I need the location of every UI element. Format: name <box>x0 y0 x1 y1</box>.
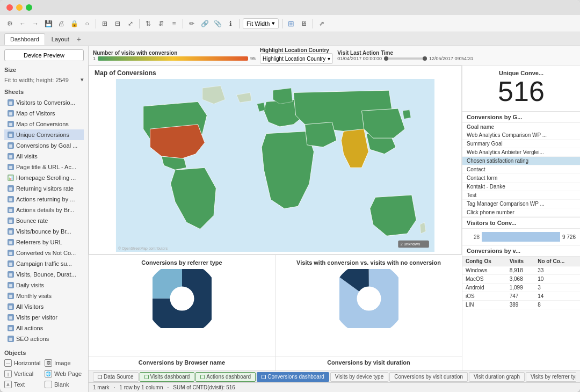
close-button[interactable] <box>6 4 13 11</box>
goal-row[interactable]: Tag Manager Comparison WP ... <box>462 200 580 208</box>
object-text[interactable]: A Text <box>4 380 44 389</box>
minimize-button[interactable] <box>16 4 23 11</box>
sheet-label: Actions details by Br... <box>16 207 74 213</box>
size-section: Size Fit to width; height: 2549 ▾ <box>0 63 88 85</box>
info-icon[interactable]: ℹ <box>225 18 236 29</box>
tab-conv-visit-duration[interactable]: Conversions by visit duration <box>389 372 468 382</box>
tab-visits-referrer-graph[interactable]: Visits by referrer type graph <box>526 372 576 382</box>
link-icon[interactable]: 🔗 <box>199 18 210 29</box>
tab-dashboard[interactable]: Dashboard <box>4 33 45 45</box>
object-webpage[interactable]: 🌐 Web Page <box>45 369 84 379</box>
status-row-col: 1 row by 1 column <box>119 384 163 390</box>
grid2-icon[interactable]: ⊟ <box>112 18 123 29</box>
share-icon[interactable]: ⇗ <box>316 18 327 29</box>
object-label: Image <box>54 360 71 366</box>
goal-row[interactable]: Summary Goal <box>462 140 580 148</box>
sheet-item-all-actions[interactable]: ▦ All actions <box>4 323 84 333</box>
traffic-lights <box>6 4 32 11</box>
table-row[interactable]: Windows 8,918 33 <box>462 266 580 275</box>
sheet-label: All actions <box>16 325 43 331</box>
sheet-item-campaign[interactable]: ▦ Campaign traffic su... <box>4 258 84 269</box>
sheet-item-conversions-by-goal[interactable]: ▦ Conversions by Goal ... <box>4 140 84 151</box>
table-row[interactable]: LIN 389 8 <box>462 301 580 309</box>
sheet-item-all-visits[interactable]: ▦ All visits <box>4 151 84 162</box>
sheet-item-daily-visits[interactable]: ▦ Daily visits <box>4 280 84 291</box>
maximize-button[interactable] <box>26 4 32 11</box>
goal-row[interactable]: Test <box>462 191 580 200</box>
sheet-item-visits-bounce-dur[interactable]: ▦ Visits, Bounce, Durat... <box>4 269 84 280</box>
tab-layout[interactable]: Layout <box>46 33 75 45</box>
sheet-item-bounce-rate[interactable]: ▦ Bounce rate <box>4 215 84 226</box>
tab-visit-duration-graph[interactable]: Visit duration graph <box>469 372 525 382</box>
object-horizontal[interactable]: — Horizontal <box>4 358 44 368</box>
sheet-item-actions-details[interactable]: ▦ Actions details by Br... <box>4 205 84 215</box>
sheet-item-map-conversions[interactable]: ▦ Map of Conversions <box>4 119 84 129</box>
sheet-icon-table: ▦ <box>8 132 14 138</box>
tableau-icon[interactable]: ⊞ <box>286 18 296 29</box>
visitors-bar-area: 28 9 726 <box>462 229 580 245</box>
object-image[interactable]: 🖼 Image <box>45 358 84 368</box>
save-icon[interactable]: 💾 <box>43 18 54 29</box>
tab-actions-dashboard[interactable]: Actions dashboard <box>195 372 256 382</box>
sheet-item-actions-returning[interactable]: ▦ Actions returning by ... <box>4 194 84 205</box>
sheet-item-returning-visitors[interactable]: ▦ Returning visitors rate <box>4 183 84 194</box>
toolbar-separator-6 <box>313 19 313 28</box>
location-dropdown[interactable]: Highlight Location Country ▾ <box>260 53 333 64</box>
sheet-item-page-title[interactable]: ▦ Page title & URL - Ac... <box>4 162 84 172</box>
sort-icon[interactable]: ⇅ <box>143 18 154 29</box>
tab-visits-dashboard[interactable]: Visits dashboard <box>140 372 195 382</box>
fit-width-dropdown[interactable]: Fit Width ▾ <box>243 18 279 29</box>
object-vertical[interactable]: | Vertical <box>4 369 44 379</box>
goal-row[interactable]: Web Analytics Comparison WP ... <box>462 131 580 140</box>
goal-row[interactable]: Kontakt - Danke <box>462 183 580 191</box>
print-icon[interactable]: 🖨 <box>56 18 67 29</box>
sheet-item-all-visitors[interactable]: ▦ All Visitors <box>4 301 84 312</box>
table-row[interactable]: iOS 747 14 <box>462 292 580 301</box>
sheet-item-referrers[interactable]: ▦ Referrers by URL <box>4 237 84 248</box>
shape-icon[interactable]: ○ <box>82 18 92 29</box>
sheet-item-homepage-scrolling[interactable]: 📊 Homepage Scrolling ... <box>4 172 84 183</box>
device-preview-label: Device Preview <box>24 52 64 59</box>
sheet-item-monthly-visits[interactable]: ▦ Monthly visits <box>4 291 84 301</box>
monitor-icon[interactable]: 🖥 <box>299 18 309 29</box>
visits-cell: 389 <box>506 301 535 309</box>
visitors-panel: Visitors to Conv... 28 9 726 <box>462 217 580 245</box>
table-row[interactable]: MacOS 3,068 10 <box>462 275 580 284</box>
sheet-item-visitors-to-conversions[interactable]: ▦ Visitors to Conversio... <box>4 97 84 108</box>
settings-icon[interactable]: ⚙ <box>4 18 15 29</box>
sheet-label: Visits/bounce by Br... <box>16 228 71 235</box>
sheet-item-map-visitors[interactable]: ▦ Map of Visitors <box>4 108 84 119</box>
image-icon: 🖼 <box>45 359 52 367</box>
dropdown-arrow-icon: ▾ <box>272 20 275 27</box>
table-row[interactable]: Android 1,099 3 <box>462 284 580 292</box>
add-tab-icon[interactable]: + <box>77 35 81 43</box>
fit-width-label: Fit Width <box>247 20 270 27</box>
sheet-item-visits-bounce[interactable]: ▦ Visits/bounce by Br... <box>4 226 84 237</box>
goal-row[interactable]: Click phone number <box>462 208 580 217</box>
pen-icon[interactable]: ✏ <box>186 18 197 29</box>
lock-icon[interactable]: 🔒 <box>69 18 79 29</box>
goal-row[interactable]: Contact form <box>462 174 580 183</box>
object-blank[interactable]: Blank <box>45 380 84 389</box>
tab-data-source[interactable]: Data Source <box>93 372 139 382</box>
sheet-item-converted-vs-not[interactable]: ▦ Converted vs Not Co... <box>4 248 84 258</box>
annotation-icon[interactable]: 📎 <box>212 18 223 29</box>
goal-row[interactable]: Web Analytics Anbieter Verglei... <box>462 148 580 157</box>
sheet-item-visits-per-visitor[interactable]: ▦ Visits per visitor <box>4 312 84 323</box>
goal-row[interactable]: Contact <box>462 165 580 174</box>
sheet-item-unique-conversions[interactable]: ▦ Unique Conversions <box>4 129 84 140</box>
tab-visits-device[interactable]: Visits by device type <box>330 372 388 382</box>
device-preview-button[interactable]: Device Preview <box>4 49 84 61</box>
sheet-label: Referrers by URL <box>16 239 62 245</box>
tab-box-icon <box>144 375 149 379</box>
sheet-item-seo-actions[interactable]: ▦ SEO actions <box>4 333 84 344</box>
goal-row-highlighted[interactable]: Chosen satisfaction rating <box>462 157 580 165</box>
forward-icon[interactable]: → <box>30 18 41 29</box>
back-icon[interactable]: ← <box>17 18 28 29</box>
grid-icon[interactable]: ⊞ <box>99 18 110 29</box>
sort2-icon[interactable]: ⇵ <box>156 18 166 29</box>
date-slider[interactable] <box>384 57 427 60</box>
expand-icon[interactable]: ⤢ <box>125 18 136 29</box>
filter-icon[interactable]: ≡ <box>169 18 179 29</box>
tab-conversions-dashboard[interactable]: Conversions dashboard <box>257 372 329 382</box>
